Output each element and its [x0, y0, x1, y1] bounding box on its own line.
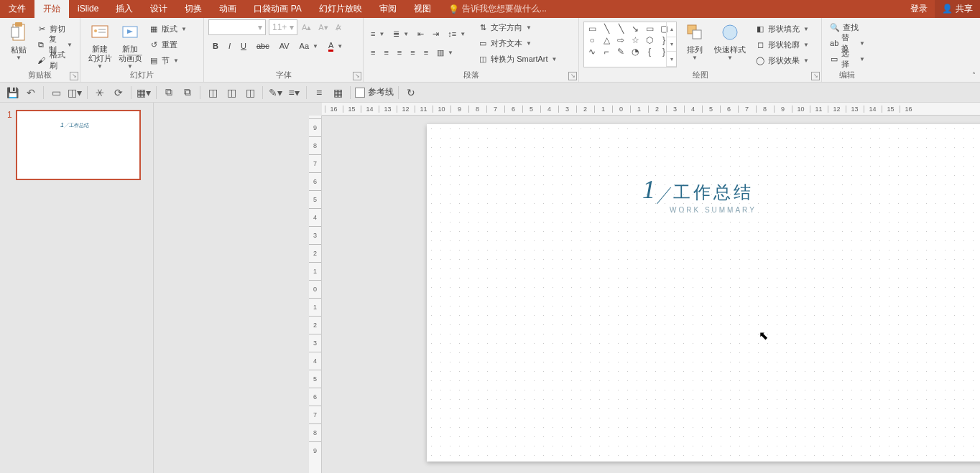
italic-button[interactable]: I	[226, 38, 234, 54]
format-painter-button[interactable]: 🖌格式刷	[33, 52, 75, 68]
bullets-button[interactable]: ≡▼	[368, 26, 387, 42]
new-anim-page-button[interactable]: 新加 动画页 ▼	[115, 19, 145, 70]
guides-checkbox[interactable]	[355, 88, 365, 98]
align-right-button[interactable]: ≡	[394, 45, 405, 60]
tab-file[interactable]: 文件	[0, 0, 34, 18]
shape-fill-button[interactable]: ◧形状填充▼	[752, 21, 812, 37]
dialog-launcher-icon[interactable]: ↘	[70, 72, 78, 80]
qat-btn[interactable]: ◫▾	[67, 85, 83, 100]
arrange-button[interactable]: 排列▼	[681, 19, 708, 70]
shape-brace-icon[interactable]: {	[643, 47, 656, 57]
qat-btn[interactable]: ⧉	[180, 85, 195, 100]
char-spacing-button[interactable]: Aa▼	[297, 38, 321, 54]
select-button[interactable]: ▭选择▼	[826, 51, 868, 67]
shape-star-icon[interactable]: ☆	[629, 35, 642, 45]
justify-button[interactable]: ≡	[407, 45, 417, 60]
shape-arrow-icon[interactable]: ↘	[629, 24, 642, 34]
font-name-combo[interactable]: ▾	[208, 19, 266, 35]
shape-tri-icon[interactable]: △	[600, 35, 613, 45]
text-direction-button[interactable]: ⇅文字方向▼	[474, 19, 560, 35]
scroll-up-icon[interactable]: ▴	[667, 22, 676, 37]
qat-btn[interactable]: ⧉	[161, 85, 177, 100]
underline-button[interactable]: U	[238, 38, 249, 54]
font-color-button[interactable]: A▼	[325, 38, 346, 54]
qat-btn[interactable]: ≡	[311, 85, 327, 100]
thumbnail-pane[interactable]: 1 1╱工作总结	[0, 103, 154, 473]
tab-islide[interactable]: iSlide	[69, 0, 107, 18]
qat-btn[interactable]: ◫	[205, 85, 221, 100]
indent-inc-button[interactable]: ⇥	[430, 26, 442, 42]
shape-connector-icon[interactable]: ⌐	[600, 47, 613, 57]
paste-button[interactable]: 粘贴 ▼	[4, 19, 33, 70]
grow-font-button[interactable]: A▴	[299, 19, 314, 35]
qat-btn[interactable]: ◫	[242, 85, 258, 100]
numbering-button[interactable]: ≣▼	[390, 26, 412, 42]
qat-btn[interactable]: ✎▾	[267, 85, 283, 100]
undo-button[interactable]: ↶	[23, 85, 39, 100]
shape-rect-icon[interactable]: ▭	[643, 24, 656, 34]
shape-oval-icon[interactable]: ○	[586, 35, 598, 45]
slide-canvas[interactable]: 1 工作总结 WORK SUMMARY	[427, 124, 980, 462]
shape-line-icon[interactable]: ╲	[600, 24, 613, 34]
strike-button[interactable]: abc	[254, 38, 272, 54]
shrink-font-button[interactable]: A▾	[315, 19, 330, 35]
slide-title-block[interactable]: 1 工作总结 WORK SUMMARY	[642, 174, 757, 214]
align-text-button[interactable]: ▭对齐文本▼	[474, 35, 560, 51]
shape-hex-icon[interactable]: ⬡	[643, 35, 656, 45]
tab-view[interactable]: 视图	[405, 0, 440, 18]
convert-smartart-button[interactable]: ◫转换为 SmartArt▼	[474, 51, 560, 67]
expand-gallery-icon[interactable]: ▾	[667, 52, 676, 67]
qat-btn[interactable]: ▦	[330, 85, 346, 100]
font-size-combo[interactable]: 11+▾	[269, 19, 297, 35]
dialog-launcher-icon[interactable]: ↘	[353, 72, 361, 80]
new-slide-button[interactable]: 新建 幻灯片 ▼	[85, 19, 115, 70]
redo-button[interactable]: ↻	[403, 85, 419, 100]
shape-arrow-icon[interactable]: ⇨	[614, 35, 627, 45]
tab-pocket-anim[interactable]: 口袋动画 PA	[245, 0, 310, 18]
dialog-launcher-icon[interactable]: ↘	[568, 72, 577, 80]
clear-format-button[interactable]: A̷	[333, 19, 344, 35]
slide-thumbnail[interactable]: 1╱工作总结	[16, 110, 141, 180]
section-button[interactable]: ▤节▼	[145, 52, 190, 68]
save-button[interactable]: 💾	[4, 85, 20, 100]
qat-btn[interactable]: ◫	[223, 85, 239, 100]
qat-btn[interactable]: ≡▾	[286, 85, 302, 100]
bold-button[interactable]: B	[210, 38, 221, 54]
shape-rect-icon[interactable]: ▭	[586, 24, 598, 34]
scroll-down-icon[interactable]: ▾	[667, 37, 676, 52]
qat-btn[interactable]: ⚹	[92, 85, 108, 100]
collapse-ribbon-button[interactable]: ˄	[972, 71, 976, 79]
tab-animations[interactable]: 动画	[211, 0, 245, 18]
tab-review[interactable]: 审阅	[371, 0, 405, 18]
share-button[interactable]: 👤 共享	[935, 0, 980, 18]
qat-btn[interactable]: ▭	[48, 85, 64, 100]
dialog-launcher-icon[interactable]: ↘	[811, 72, 820, 80]
align-left-button[interactable]: ≡	[368, 45, 378, 60]
shadow-button[interactable]: AV	[277, 38, 292, 54]
qat-btn[interactable]: ⟳	[111, 85, 126, 100]
qat-btn[interactable]: ▦▾	[136, 85, 152, 100]
indent-dec-button[interactable]: ⇤	[415, 26, 427, 42]
columns-button[interactable]: ▥▼	[434, 45, 456, 60]
shapes-gallery[interactable]: ▭ ╲ ╲ ↘ ▭ ▢ ○ △ ⇨ ☆ ⬡ } ∿ ⌐ ✎ ◔ { } ▴▾▾	[583, 22, 677, 67]
tab-slideshow[interactable]: 幻灯片放映	[310, 0, 371, 18]
shape-curve-icon[interactable]: ∿	[586, 47, 598, 57]
shape-line-icon[interactable]: ╲	[614, 24, 627, 34]
line-spacing-button[interactable]: ↕≡▼	[445, 26, 468, 42]
shape-outline-button[interactable]: ◻形状轮廓▼	[752, 37, 812, 52]
shape-freeform-icon[interactable]: ✎	[614, 47, 627, 57]
tab-home[interactable]: 开始	[34, 0, 69, 18]
distribute-button[interactable]: ≡	[421, 45, 431, 60]
slide-canvas-viewport[interactable]: 1 工作总结 WORK SUMMARY	[322, 116, 980, 473]
tell-me-search[interactable]: 💡 告诉我您想要做什么...	[448, 3, 547, 15]
login-button[interactable]: 登录	[903, 0, 935, 18]
shape-effects-button[interactable]: ◯形状效果▼	[752, 52, 812, 68]
shape-callout-icon[interactable]: ◔	[629, 47, 642, 57]
tab-insert[interactable]: 插入	[107, 0, 142, 18]
quick-styles-button[interactable]: 快速样式▼	[713, 19, 747, 70]
layout-button[interactable]: ▦版式▼	[145, 21, 190, 37]
tab-design[interactable]: 设计	[142, 0, 176, 18]
tab-transitions[interactable]: 切换	[176, 0, 211, 18]
reset-button[interactable]: ↺重置	[145, 37, 190, 52]
align-center-button[interactable]: ≡	[381, 45, 391, 60]
